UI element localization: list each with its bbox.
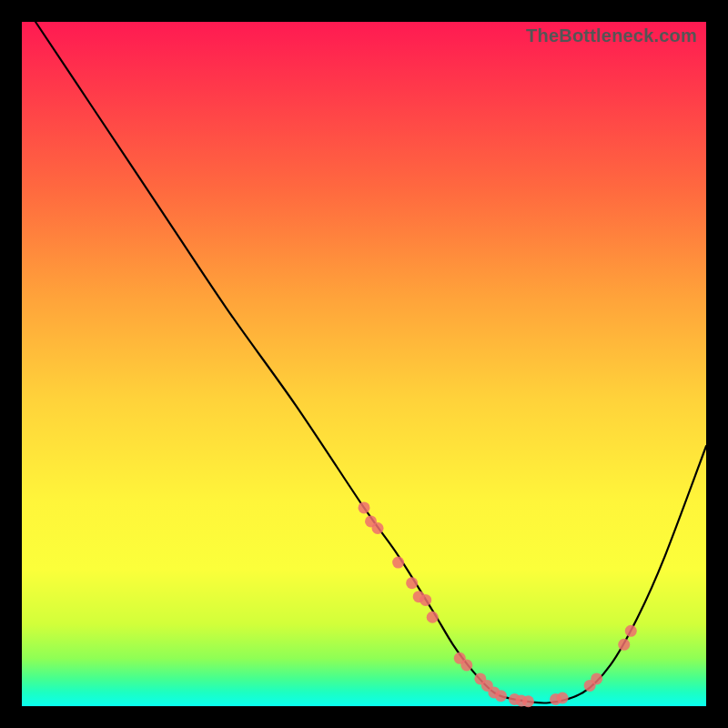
marker-point — [522, 695, 534, 707]
chart-plot-area: TheBottleneck.com — [22, 22, 706, 706]
marker-point — [557, 692, 569, 703]
marker-point — [460, 659, 472, 671]
marker-point — [406, 577, 418, 589]
marker-point — [495, 690, 507, 702]
marker-point — [420, 594, 431, 606]
marker-point — [427, 612, 439, 623]
chart-svg — [22, 22, 706, 706]
marker-point — [359, 501, 370, 513]
marker-point — [618, 639, 630, 651]
curve-line — [35, 22, 706, 703]
marker-point — [591, 672, 602, 684]
marker-point — [372, 522, 384, 534]
markers-group — [359, 501, 637, 707]
marker-point — [625, 625, 637, 637]
marker-point — [392, 557, 404, 569]
